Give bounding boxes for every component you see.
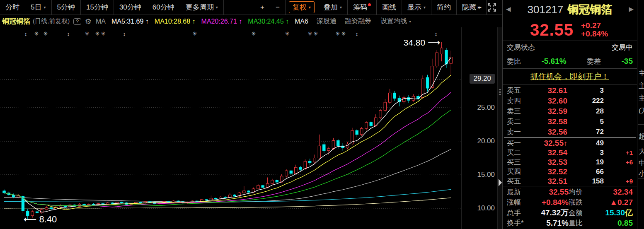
split-updown-icon[interactable]: ↕ — [353, 31, 360, 37]
toolbar-button-5day[interactable]: 5日▾ — [25, 0, 51, 15]
stat-value: 32.55 — [533, 188, 569, 197]
stat-label: 总手 — [507, 208, 533, 218]
toolbar-separator — [285, 0, 286, 15]
clipped-panel-text: 小 — [639, 169, 644, 178]
stats-row-0: 最新32.55均价32.34 — [503, 187, 637, 197]
orderbook-divider — [504, 137, 636, 138]
stat-label: 金额 — [569, 208, 598, 218]
buy-row-3[interactable]: 买三32.5319+6 — [503, 157, 637, 167]
toolbar-button-more-periods[interactable]: 更多周期▾ — [180, 0, 223, 15]
panel-splitter[interactable] — [497, 27, 502, 229]
buy-price: 32.53 — [526, 158, 567, 167]
next-stock-arrow-icon[interactable]: ▶ — [629, 5, 634, 13]
toolbar-button-draw-line-label: 画线 — [382, 2, 396, 12]
open-account-ad[interactable]: 抓住机会，即刻开户！ — [503, 68, 637, 84]
toolbar-button-15min[interactable]: 15分钟 — [81, 0, 114, 15]
axis-label-15.00: 15.00 — [477, 171, 495, 179]
caret-down-icon: ▾ — [44, 5, 46, 10]
toolbar-button-adjust[interactable]: 复权▾ — [289, 1, 315, 13]
split-updown-icon[interactable]: ↕ — [121, 31, 128, 37]
toolbar-button-zoom-out[interactable]: − — [270, 0, 285, 15]
buy-volume: 49 — [567, 139, 604, 147]
collapse-arrow-icon[interactable] — [499, 179, 502, 186]
status-value: 交易中 — [612, 43, 633, 52]
split-updown-icon[interactable]: ↕ — [22, 31, 29, 37]
toolbar-button-30min-label: 30分钟 — [119, 2, 141, 12]
price-axis: 29.2025.0020.0015.0010.00 — [461, 27, 497, 229]
toolbar-button-chips[interactable]: 筹码 — [348, 0, 376, 15]
buy-price: 32.54 — [526, 148, 567, 157]
toolbar-button-adjust-label: 复权 — [293, 2, 307, 12]
splitter-grip[interactable] — [499, 89, 501, 95]
sell-volume: 28 — [567, 107, 604, 116]
axis-label-10.00: 10.00 — [477, 204, 495, 212]
toolbar-button-simple[interactable]: 简约 — [431, 0, 456, 15]
dividend-star-icon[interactable]: ✳ — [250, 31, 257, 37]
split-updown-icon[interactable]: ↕ — [433, 31, 439, 37]
buy-row-1[interactable]: 买一32.55↑49 — [503, 138, 637, 148]
dividend-star-icon[interactable]: ✳ — [340, 31, 347, 37]
sell-row-3[interactable]: 卖三32.5928 — [503, 106, 637, 116]
stat-value: 5.71% — [533, 219, 569, 228]
buy-row-5[interactable]: 买五32.51158+9 — [503, 176, 637, 186]
sell-row-4[interactable]: 卖二32.585 — [503, 116, 637, 127]
toolbar-button-hide[interactable]: 隐藏▸▸ — [457, 0, 486, 15]
caret-down-icon: ▾ — [424, 5, 426, 10]
buy-row-4[interactable]: 买四32.5266 — [503, 167, 637, 176]
clipped-panel-text: 主 — [639, 94, 644, 103]
legend-link-1[interactable]: 融资融券 — [345, 17, 371, 24]
toolbar-button-display[interactable]: 显示▾ — [402, 0, 431, 15]
toolbar-button-draw-line[interactable]: 画线 — [377, 0, 402, 15]
toolbar-button-minute[interactable]: 分时 — [0, 0, 25, 15]
dividend-star-icon[interactable]: ✳ — [284, 31, 291, 37]
stat-label: 最新 — [507, 187, 533, 197]
dividend-star-icon[interactable]: ✳ — [312, 31, 319, 37]
toolbar-button-hide-label: 隐藏 — [462, 2, 476, 12]
dividend-star-icon[interactable]: ✳ — [84, 31, 90, 37]
fullscreen-button[interactable] — [487, 2, 497, 13]
quote-stats: 最新32.55均价32.34涨幅+0.84%涨跌▲0.27总手47.32万金额1… — [503, 186, 637, 228]
toolbar-button-30min[interactable]: 30分钟 — [114, 0, 147, 15]
buy-delta: +1 — [604, 149, 633, 156]
chevron-down-icon: ▾ — [409, 19, 411, 24]
dividend-star-icon[interactable]: ✳ — [191, 31, 198, 37]
sell-row-5[interactable]: 卖一32.5672 — [503, 127, 637, 137]
sell-level-label: 卖二 — [507, 117, 526, 126]
adjacent-panel-sliver: 主主主(万超大中小 — [638, 0, 644, 229]
settings-gear-icon[interactable]: ⚙ — [85, 17, 92, 26]
ma60-readout-truncated: MA6 — [295, 18, 308, 25]
toolbar-button-overlay[interactable]: 叠加▾ — [318, 0, 347, 15]
sell-level-label: 卖五 — [507, 86, 526, 95]
help-button[interactable]: ? — [73, 18, 81, 25]
stock-code: 301217 — [528, 3, 564, 16]
sell-level-label: 卖三 — [507, 106, 526, 116]
dividend-star-icon[interactable]: ✳ — [100, 31, 107, 37]
sell-volume: 5 — [567, 118, 604, 126]
double-chevron-right-icon: ▸▸ — [478, 5, 481, 10]
dividend-star-icon[interactable]: ✳ — [33, 31, 40, 37]
stat-label: 涨跌 — [569, 198, 598, 207]
sell-price: 32.61 — [526, 86, 567, 95]
toolbar-button-60min[interactable]: 60分钟 — [147, 0, 180, 15]
toolbar-button-zoom-in[interactable]: + — [255, 0, 270, 15]
legend-link-0[interactable]: 深股通 — [317, 17, 337, 24]
toolbar-button-overlay-label: 叠加 — [324, 2, 338, 12]
stat-unit: 亿 — [625, 208, 633, 217]
weicha-value: -35 — [622, 57, 633, 66]
ma-readouts: MA5:31.69 ↑MA10:28.68 ↑MA20:26.71 ↑MA30:… — [106, 18, 289, 25]
dividend-star-icon[interactable]: ✳ — [42, 31, 49, 37]
sell-row-2[interactable]: 卖四32.60222 — [503, 96, 637, 106]
weibi-label: 委比 — [507, 57, 521, 66]
axis-label-20.00: 20.00 — [477, 137, 495, 145]
split-updown-icon[interactable]: ↕ — [65, 31, 72, 37]
ad-link-text[interactable]: 抓住机会，即刻开户！ — [530, 71, 609, 82]
buy-level-label: 买二 — [507, 148, 526, 157]
ma-setting-link[interactable]: 设置均线 — [380, 17, 407, 26]
candlestick-chart[interactable]: ✳✳✳✳✳✳✳✳✳✳✳✳↕↕↕↕↕ 34.80 ⟶⟵ 8.40 — [0, 27, 461, 229]
toolbar-button-5min[interactable]: 5分钟 — [52, 0, 80, 15]
prev-stock-arrow-icon[interactable]: ◀ — [506, 5, 511, 13]
ma-toggle[interactable]: MA — [96, 18, 106, 25]
buy-row-2[interactable]: 买二32.543+1 — [503, 148, 637, 157]
sell-volume: 72 — [567, 128, 604, 136]
sell-row-1[interactable]: 卖五32.613 — [503, 85, 637, 96]
